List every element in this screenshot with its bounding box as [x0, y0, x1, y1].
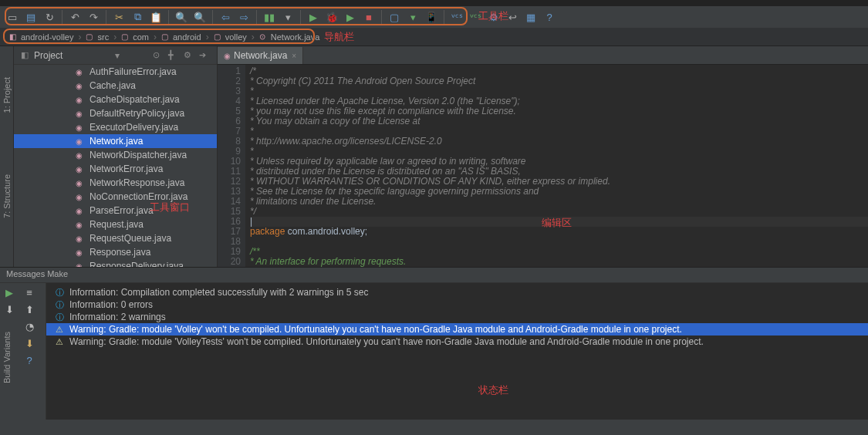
line-gutter: 12345678910111213141516171819202122 — [218, 65, 245, 267]
java-file-icon: ◉ — [76, 234, 86, 243]
file-label: DefaultRetryPolicy.java — [90, 108, 184, 119]
main-toolbar: ▭ ▤ ↻ ↶ ↷ ✂ ⧉ 📋 🔍 🔍 ⇦ ⇨ ▮▮ ▾ ▶ 🐞 ▶ ■ ▢ ▾… — [0, 6, 868, 28]
java-file-icon: ◉ — [76, 123, 86, 132]
tree-file-item[interactable]: ◉Cache.java — [14, 79, 217, 93]
message-item[interactable]: ⓘInformation: Compilation completed succ… — [46, 286, 868, 298]
editor-annotation: 编辑区 — [542, 216, 572, 230]
expand-all-icon[interactable]: ⬇ — [3, 303, 15, 315]
gear-icon[interactable]: ⚙ — [184, 50, 194, 60]
java-file-icon: ◉ — [76, 193, 86, 201]
filter-icon[interactable]: ≡ — [23, 286, 35, 298]
java-file-icon: ◉ — [76, 137, 86, 146]
file-label: CacheDispatcher.java — [90, 94, 180, 105]
message-text: Warning: Gradle: module 'VolleyTests' wo… — [69, 336, 704, 347]
help-icon[interactable]: ? — [23, 354, 35, 366]
structure-tab[interactable]: 7: Structure — [2, 174, 12, 218]
warning-icon: ⚠ — [54, 337, 65, 347]
file-label: Network.java — [90, 136, 143, 147]
tree-file-item[interactable]: ◉RequestQueue.java — [14, 231, 217, 245]
editor-body[interactable]: 12345678910111213141516171819202122 /* *… — [218, 65, 868, 267]
toolbar-annotation: 工具栏 — [478, 9, 508, 23]
pin-icon[interactable]: ◔ — [23, 320, 35, 332]
tab-label: Network.java — [234, 50, 287, 61]
file-tree: ◉AuthFailureError.java◉Cache.java◉CacheD… — [14, 65, 217, 267]
java-file-icon: ◉ — [76, 165, 86, 174]
editor-area: ◉ Network.java × 12345678910111213141516… — [218, 46, 868, 267]
rerun-icon[interactable]: ▶ — [3, 286, 15, 298]
message-text: Information: Compilation completed succe… — [69, 287, 369, 298]
code-content[interactable]: /* * Copyright (C) 2011 The Android Open… — [245, 65, 868, 267]
java-file-icon: ◉ — [76, 248, 86, 257]
expand-icon[interactable]: ╋ — [168, 50, 179, 60]
hide-icon[interactable]: ➔ — [199, 50, 210, 60]
tree-file-item[interactable]: ◉NetworkResponse.java — [14, 176, 217, 190]
tree-file-item[interactable]: ◉Request.java — [14, 218, 217, 231]
nav-annotation: 导航栏 — [324, 30, 354, 44]
tree-file-item[interactable]: ◉ExecutorDelivery.java — [14, 120, 217, 134]
tree-file-item[interactable]: ◉NetworkDispatcher.java — [14, 148, 217, 162]
java-file-icon: ◉ — [76, 96, 86, 104]
info-icon: ⓘ — [54, 287, 65, 298]
dropdown-icon[interactable]: ▾ — [115, 50, 120, 61]
message-item[interactable]: ⓘInformation: 0 errors — [46, 298, 868, 311]
tree-file-item[interactable]: ◉ResponseDelivery.java — [14, 259, 217, 267]
tree-file-item[interactable]: ◉DefaultRetryPolicy.java — [14, 106, 217, 120]
java-file-icon: ◉ — [76, 110, 86, 118]
close-tab-icon[interactable]: × — [292, 52, 296, 60]
editor-tab[interactable]: ◉ Network.java × — [218, 47, 303, 64]
project-title: Project — [34, 50, 115, 61]
java-file-icon: ◉ — [76, 207, 86, 215]
collapse-icon[interactable]: ⊙ — [153, 50, 164, 60]
java-file-icon: ◉ — [76, 68, 86, 76]
navigation-bar: ◧android-volley›▢src›▢com›▢android›▢voll… — [0, 28, 868, 46]
info-icon: ⓘ — [54, 312, 65, 323]
project-tab[interactable]: 1: Project — [2, 77, 12, 113]
java-file-icon: ◉ — [76, 179, 86, 187]
file-label: ParseError.java — [90, 205, 154, 216]
file-label: Response.java — [90, 247, 150, 258]
message-text: Warning: Gradle: module 'Volley' won't b… — [69, 324, 682, 335]
toolwindow-annotation: 工具窗口 — [150, 201, 190, 214]
tree-file-item[interactable]: ◉NetworkError.java — [14, 162, 217, 176]
toolbar-highlight — [5, 7, 468, 25]
import-icon[interactable]: ⬇ — [23, 337, 35, 349]
file-label: Request.java — [90, 219, 144, 230]
file-icon: ◉ — [224, 52, 231, 60]
structure-icon[interactable]: ▦ — [524, 11, 538, 23]
collapse-all-icon[interactable]: ⬆ — [23, 303, 35, 315]
left-tool-tabs: 1: Project 7: Structure — [0, 46, 14, 267]
file-label: RequestQueue.java — [90, 233, 171, 244]
tree-file-item[interactable]: ◉Response.java — [14, 245, 217, 259]
java-file-icon: ◉ — [76, 262, 86, 268]
java-file-icon: ◉ — [76, 151, 86, 160]
file-label: NetworkError.java — [90, 164, 163, 174]
file-label: NetworkDispatcher.java — [90, 150, 187, 160]
bottom-left-tabs: Build Variants — [0, 316, 14, 424]
status-annotation: 状态栏 — [478, 383, 508, 397]
message-item[interactable]: ⚠Warning: Gradle: module 'VolleyTests' w… — [46, 336, 868, 348]
file-label: Cache.java — [90, 80, 136, 91]
navbar-highlight — [3, 29, 315, 44]
build-variants-tab[interactable]: Build Variants — [2, 332, 12, 383]
file-label: NetworkResponse.java — [90, 177, 184, 188]
java-file-icon: ◉ — [76, 221, 86, 229]
java-file-icon: ◉ — [76, 82, 86, 90]
project-tool-window: ◧ Project ▾ ⊙ ╋ ⚙ ➔ ◉AuthFailureError.ja… — [14, 46, 218, 267]
message-text: Information: 0 errors — [69, 299, 153, 310]
help-icon[interactable]: ? — [542, 11, 556, 23]
editor-tab-bar: ◉ Network.java × — [218, 46, 868, 65]
messages-panel: Messages Make ▶ ≡ ⬇ ⬆ ✕ ◔ ⬆ ⬇ ↻ ? ⓘInfor… — [0, 267, 868, 420]
info-icon: ⓘ — [54, 299, 65, 311]
tree-file-item[interactable]: ◉AuthFailureError.java — [14, 65, 217, 79]
tree-file-item[interactable]: ◉CacheDispatcher.java — [14, 93, 217, 106]
messages-list: ⓘInformation: Compilation completed succ… — [46, 283, 868, 420]
file-label: ResponseDelivery.java — [90, 261, 184, 267]
file-label: AuthFailureError.java — [90, 66, 177, 77]
view-mode-icon[interactable]: ◧ — [21, 50, 32, 60]
window-title-bar — [0, 0, 868, 6]
tree-file-item[interactable]: ◉Network.java — [14, 134, 217, 148]
file-label: ExecutorDelivery.java — [90, 122, 178, 133]
message-item[interactable]: ⓘInformation: 2 warnings — [46, 311, 868, 323]
message-item[interactable]: ⚠Warning: Gradle: module 'Volley' won't … — [46, 323, 868, 336]
messages-header[interactable]: Messages Make — [0, 268, 868, 283]
